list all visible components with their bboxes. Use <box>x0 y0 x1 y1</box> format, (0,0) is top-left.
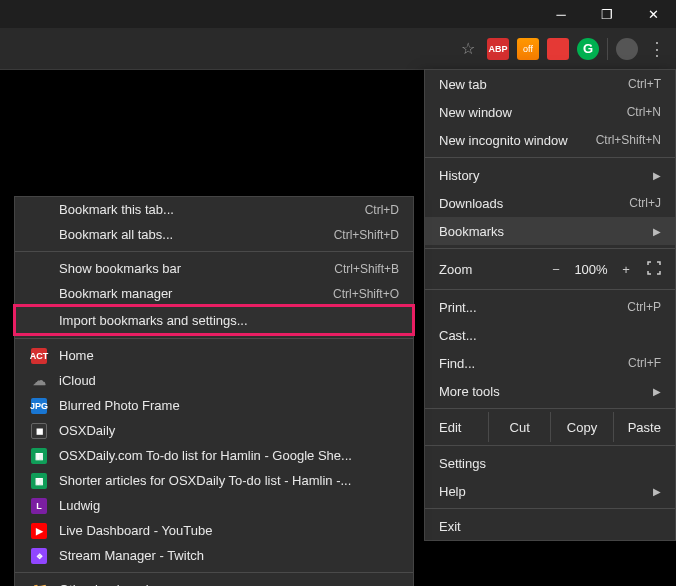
menu-shortcut: Ctrl+Shift+B <box>334 262 399 276</box>
menu-label: Bookmark all tabs... <box>59 227 334 242</box>
menu-downloads[interactable]: Downloads Ctrl+J <box>425 189 675 217</box>
zoom-in-button[interactable]: + <box>613 262 639 277</box>
menu-more-tools[interactable]: More tools ▶ <box>425 377 675 405</box>
profile-avatar-icon[interactable] <box>616 38 638 60</box>
menu-shortcut: Ctrl+Shift+O <box>333 287 399 301</box>
bookmark-label: Live Dashboard - YouTube <box>59 523 399 538</box>
extension-lastpass-icon[interactable] <box>547 38 569 60</box>
bookmark-label: Shorter articles for OSXDaily To-do list… <box>59 473 399 488</box>
menu-shortcut: Ctrl+T <box>628 77 661 91</box>
menu-separator <box>425 508 675 509</box>
bookmark-label: OSXDaily <box>59 423 399 438</box>
menu-label: Downloads <box>439 196 629 211</box>
menu-find[interactable]: Find... Ctrl+F <box>425 349 675 377</box>
menu-print[interactable]: Print... Ctrl+P <box>425 293 675 321</box>
bookmark-label: Stream Manager - Twitch <box>59 548 399 563</box>
bookmark-item[interactable]: ⎆Stream Manager - Twitch <box>15 543 413 568</box>
bookmark-item[interactable]: ▶Live Dashboard - YouTube <box>15 518 413 543</box>
bookmark-item[interactable]: ◼OSXDaily <box>15 418 413 443</box>
menu-label: Bookmark this tab... <box>59 202 365 217</box>
menu-shortcut: Ctrl+F <box>628 356 661 370</box>
fullscreen-icon[interactable] <box>647 261 661 278</box>
zoom-level: 100% <box>569 262 613 277</box>
menu-separator <box>15 572 413 573</box>
menu-label: Help <box>439 484 647 499</box>
menu-edit-row: Edit Cut Copy Paste <box>425 412 675 442</box>
menu-settings[interactable]: Settings <box>425 449 675 477</box>
menu-cast[interactable]: Cast... <box>425 321 675 349</box>
bookmark-all-tabs[interactable]: Bookmark all tabs... Ctrl+Shift+D <box>15 222 413 247</box>
zoom-out-button[interactable]: − <box>543 262 569 277</box>
favicon-icon: ▶ <box>31 523 47 539</box>
bookmark-this-tab[interactable]: Bookmark this tab... Ctrl+D <box>15 197 413 222</box>
bookmark-manager[interactable]: Bookmark manager Ctrl+Shift+O <box>15 281 413 306</box>
menu-shortcut: Ctrl+J <box>629 196 661 210</box>
menu-separator <box>425 157 675 158</box>
bookmark-item[interactable]: ▦Shorter articles for OSXDaily To-do lis… <box>15 468 413 493</box>
toolbar-separator <box>607 38 608 60</box>
menu-bookmarks[interactable]: Bookmarks ▶ <box>425 217 675 245</box>
menu-exit[interactable]: Exit <box>425 512 675 540</box>
cut-button[interactable]: Cut <box>488 412 550 442</box>
main-menu: New tab Ctrl+T New window Ctrl+N New inc… <box>424 69 676 541</box>
menu-label: Import bookmarks and settings... <box>59 313 399 328</box>
bookmark-star-icon[interactable]: ☆ <box>457 38 479 60</box>
favicon-icon: JPG <box>31 398 47 414</box>
menu-shortcut: Ctrl+P <box>627 300 661 314</box>
menu-shortcut: Ctrl+N <box>627 105 661 119</box>
menu-label: New tab <box>439 77 628 92</box>
menu-shortcut: Ctrl+Shift+N <box>596 133 661 147</box>
menu-history[interactable]: History ▶ <box>425 161 675 189</box>
menu-label: History <box>439 168 647 183</box>
window-controls: ─ ❐ ✕ <box>538 0 676 28</box>
menu-label: New incognito window <box>439 133 596 148</box>
extension-adblock-icon[interactable]: ABP <box>487 38 509 60</box>
menu-label: Find... <box>439 356 628 371</box>
menu-label: More tools <box>439 384 647 399</box>
menu-label: Bookmarks <box>439 224 647 239</box>
bookmark-label: Home <box>59 348 399 363</box>
menu-new-window[interactable]: New window Ctrl+N <box>425 98 675 126</box>
minimize-button[interactable]: ─ <box>538 0 584 28</box>
other-bookmarks[interactable]: 📁 Other bookmarks <box>15 577 413 586</box>
bookmark-item[interactable]: JPGBlurred Photo Frame <box>15 393 413 418</box>
menu-label: Settings <box>439 456 661 471</box>
submenu-arrow-icon: ▶ <box>653 386 661 397</box>
bookmark-label: Ludwig <box>59 498 399 513</box>
submenu-arrow-icon: ▶ <box>653 226 661 237</box>
menu-new-tab[interactable]: New tab Ctrl+T <box>425 70 675 98</box>
bookmark-item[interactable]: LLudwig <box>15 493 413 518</box>
menu-label: New window <box>439 105 627 120</box>
paste-button[interactable]: Paste <box>613 412 675 442</box>
submenu-arrow-icon: ▶ <box>653 170 661 181</box>
favicon-icon: ☁ <box>31 373 47 389</box>
menu-incognito[interactable]: New incognito window Ctrl+Shift+N <box>425 126 675 154</box>
bookmark-item[interactable]: ▦OSXDaily.com To-do list for Hamlin - Go… <box>15 443 413 468</box>
extension-honey-icon[interactable]: off <box>517 38 539 60</box>
menu-label: Show bookmarks bar <box>59 261 334 276</box>
bookmark-item[interactable]: ☁iCloud <box>15 368 413 393</box>
menu-zoom: Zoom − 100% + <box>425 252 675 286</box>
bookmark-label: iCloud <box>59 373 399 388</box>
maximize-button[interactable]: ❐ <box>584 0 630 28</box>
close-button[interactable]: ✕ <box>630 0 676 28</box>
submenu-arrow-icon: ▶ <box>653 486 661 497</box>
zoom-label: Zoom <box>439 262 543 277</box>
menu-label: Exit <box>439 519 661 534</box>
menu-shortcut: Ctrl+Shift+D <box>334 228 399 242</box>
menu-label: Cast... <box>439 328 661 343</box>
menu-shortcut: Ctrl+D <box>365 203 399 217</box>
more-menu-button[interactable]: ⋮ <box>646 38 668 60</box>
menu-help[interactable]: Help ▶ <box>425 477 675 505</box>
extension-grammarly-icon[interactable]: G <box>577 38 599 60</box>
show-bookmarks-bar[interactable]: Show bookmarks bar Ctrl+Shift+B <box>15 256 413 281</box>
copy-button[interactable]: Copy <box>550 412 612 442</box>
import-bookmarks[interactable]: Import bookmarks and settings... <box>15 306 413 334</box>
favicon-icon: ⎆ <box>31 548 47 564</box>
folder-icon: 📁 <box>31 582 47 587</box>
bookmark-label: OSXDaily.com To-do list for Hamlin - Goo… <box>59 448 399 463</box>
favicon-icon: L <box>31 498 47 514</box>
favicon-icon: ACT <box>31 348 47 364</box>
bookmark-item[interactable]: ACTHome <box>15 343 413 368</box>
menu-separator <box>425 248 675 249</box>
